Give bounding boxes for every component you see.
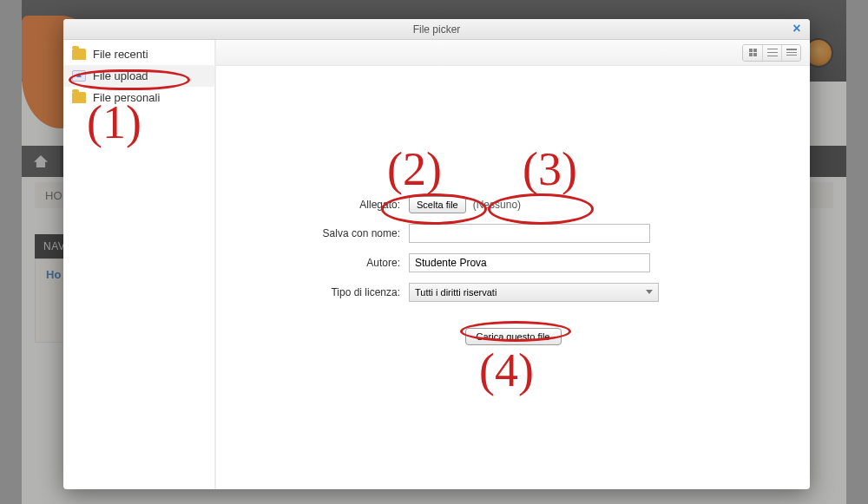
chosen-file-status: (Nessuno) <box>473 199 521 211</box>
save-as-label: Salva con nome: <box>287 227 400 239</box>
author-label: Autore: <box>287 257 400 269</box>
save-as-input[interactable] <box>409 224 650 243</box>
dialog-title: File picker <box>413 23 461 36</box>
license-label: Tipo di licenza: <box>287 286 400 298</box>
folder-icon <box>72 92 86 103</box>
repo-personal-files[interactable]: File personali <box>63 87 214 108</box>
view-list-button[interactable] <box>762 45 781 61</box>
dialog-titlebar: File picker × <box>63 19 810 40</box>
upload-form: Allegato: Scelta file (Nessuno) Salva co… <box>216 66 810 489</box>
file-picker-dialog: File picker × File recenti File upload F… <box>63 19 810 489</box>
content-pane: Allegato: Scelta file (Nessuno) Salva co… <box>216 40 810 489</box>
repo-file-upload[interactable]: File upload <box>63 65 214 87</box>
choose-file-button[interactable]: Scelta file <box>409 196 466 213</box>
close-button[interactable]: × <box>789 21 805 36</box>
folder-icon <box>72 49 86 60</box>
repository-list: File recenti File upload File personali <box>63 40 216 489</box>
repo-label: File personali <box>93 91 160 104</box>
grid-icon <box>749 49 757 56</box>
view-grid-button[interactable] <box>743 45 762 61</box>
license-select[interactable]: Tutti i diritti riservati <box>409 283 659 302</box>
view-toolbar <box>216 40 810 66</box>
repo-label: File upload <box>93 69 148 82</box>
author-input[interactable] <box>409 253 650 272</box>
detail-icon <box>786 49 797 57</box>
upload-icon <box>72 70 86 82</box>
repo-label: File recenti <box>93 48 148 61</box>
list-icon <box>767 49 778 57</box>
attachment-label: Allegato: <box>287 199 400 211</box>
upload-this-file-button[interactable]: Carica questo file <box>465 328 562 345</box>
repo-recent-files[interactable]: File recenti <box>63 43 214 65</box>
view-detail-button[interactable] <box>781 45 800 61</box>
license-selected-value: Tutti i diritti riservati <box>415 287 496 298</box>
